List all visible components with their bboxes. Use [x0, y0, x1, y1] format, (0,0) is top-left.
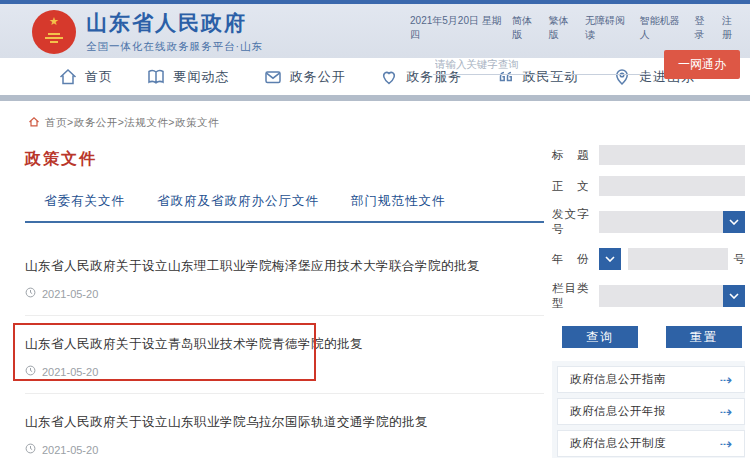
toplink-traditional[interactable]: 繁体版: [549, 14, 576, 42]
tab-department-regulations[interactable]: 部门规范性文件: [351, 193, 446, 210]
dashed-arrow-icon: ⇢: [719, 436, 732, 451]
link-disclosure-system[interactable]: 政府信息公开制度 ⇢: [557, 430, 745, 457]
toplink-robot[interactable]: 智能机器人: [640, 14, 686, 42]
chevron-down-icon: [605, 256, 615, 262]
article-date: 2021-05-20: [42, 444, 98, 456]
date-text: 2021年5月20日 星期四: [410, 14, 503, 42]
toplink-register[interactable]: 注册: [722, 14, 740, 42]
form-row-year: 年 份 号: [552, 248, 745, 270]
year-field-label: 年 份: [552, 252, 599, 267]
title-field[interactable]: [599, 145, 745, 165]
year-number-field[interactable]: [628, 248, 728, 270]
emblem-gate-icon: [44, 31, 64, 43]
mail-icon: [263, 67, 283, 87]
article-title-link[interactable]: 山东省人民政府关于设立山东理工职业学院梅泽堡应用技术大学联合学院的批复: [25, 258, 544, 275]
home-breadcrumb-icon: [28, 114, 40, 132]
site-header: ★ 山东省人民政府 全国一体化在线政务服务平台·山东 2021年5月20日 星期…: [0, 4, 750, 58]
article-date: 2021-05-20: [42, 366, 98, 378]
site-title: 山东省人民政府: [86, 9, 263, 37]
tab-bar: 省委有关文件 省政府及省政府办公厅文件 部门规范性文件: [25, 193, 544, 210]
nav-item-home[interactable]: 首页: [58, 67, 113, 87]
number-suffix-label: 号: [734, 252, 746, 267]
form-buttons: 查询 重置: [552, 322, 745, 348]
book-icon: [146, 67, 166, 87]
link-disclosure-guide[interactable]: 政府信息公开指南 ⇢: [557, 366, 745, 393]
toplink-login[interactable]: 登录: [694, 14, 712, 42]
nav-item-label: 首页: [85, 68, 113, 86]
article-title-link[interactable]: 山东省人民政府关于设立山东职业学院乌拉尔国际轨道交通学院的批复: [25, 414, 544, 431]
top-utility-bar: 2021年5月20日 星期四 简体版 繁体版 无障碍阅读 智能机器人 登录 注册: [410, 14, 740, 42]
divider-band: [0, 95, 750, 101]
query-button[interactable]: 查询: [562, 326, 638, 348]
clock-icon: [25, 287, 36, 300]
toplink-accessibility[interactable]: 无障碍阅读: [585, 14, 631, 42]
body-field-label: 正 文: [552, 179, 599, 194]
link-label: 政府信息公开指南: [570, 372, 666, 387]
article-title-link[interactable]: 山东省人民政府关于设立青岛职业技术学院青德学院的批复: [25, 336, 544, 353]
list-item[interactable]: 山东省人民政府关于设立山东职业学院乌拉尔国际轨道交通学院的批复 2021-05-…: [25, 394, 544, 458]
nav-item-news[interactable]: 要闻动态: [146, 67, 229, 87]
link-annual-report[interactable]: 政府信息公开年报 ⇢: [557, 398, 745, 425]
page-title: 政策文件: [25, 149, 544, 170]
disclosure-links: 政府信息公开指南 ⇢ 政府信息公开年报 ⇢ 政府信息公开制度 ⇢ 法定主动公开内…: [552, 361, 745, 458]
link-label: 政府信息公开年报: [570, 404, 666, 419]
list-item[interactable]: 山东省人民政府关于设立山东理工职业学院梅泽堡应用技术大学联合学院的批复 2021…: [25, 223, 544, 316]
search-sidebar: 标 题 正 文 发文字号 年 份 号 栏目类型 查询 重置: [552, 145, 745, 458]
title-field-label: 标 题: [552, 148, 599, 163]
reset-button[interactable]: 重置: [666, 326, 742, 348]
policy-list-panel: 政策文件 省委有关文件 省政府及省政府办公厅文件 部门规范性文件 山东省人民政府…: [25, 132, 552, 458]
doc-number-dropdown-button[interactable]: [723, 211, 745, 233]
article-list: 山东省人民政府关于设立山东理工职业学院梅泽堡应用技术大学联合学院的批复 2021…: [25, 223, 544, 458]
breadcrumb-path[interactable]: 首页>政务公开>法规文件>政策文件: [45, 116, 219, 130]
site-brand[interactable]: ★ 山东省人民政府 全国一体化在线政务服务平台·山东: [32, 9, 263, 54]
chevron-down-icon: [729, 293, 739, 299]
toplink-simplified[interactable]: 简体版: [512, 14, 539, 42]
form-row-body: 正 文: [552, 176, 745, 196]
home-icon: [58, 67, 78, 87]
category-dropdown-button[interactable]: [723, 285, 745, 307]
clock-icon: [25, 443, 36, 456]
emblem-star-icon: ★: [49, 16, 59, 27]
main-area: 政策文件 省委有关文件 省政府及省政府办公厅文件 部门规范性文件 山东省人民政府…: [0, 132, 750, 458]
body-field[interactable]: [599, 176, 745, 196]
heart-icon: [379, 67, 399, 87]
tab-provincial-committee[interactable]: 省委有关文件: [44, 193, 125, 210]
link-label: 政府信息公开制度: [570, 436, 666, 451]
national-emblem-logo: ★: [32, 10, 76, 54]
list-item-highlighted[interactable]: 山东省人民政府关于设立青岛职业技术学院青德学院的批复 2021-05-20: [25, 316, 544, 394]
article-date: 2021-05-20: [42, 288, 98, 300]
one-stop-portal-button[interactable]: 一网通办: [664, 50, 740, 79]
doc-number-field[interactable]: [599, 211, 723, 233]
form-row-doc-number: 发文字号: [552, 207, 745, 237]
nav-item-label: 政务公开: [290, 68, 346, 86]
year-dropdown-button[interactable]: [599, 248, 621, 270]
site-subtitle: 全国一体化在线政务服务平台·山东: [86, 40, 263, 54]
nav-item-disclosure[interactable]: 政务公开: [263, 67, 346, 87]
clock-icon: [25, 365, 36, 378]
tab-provincial-government[interactable]: 省政府及省政府办公厅文件: [157, 193, 319, 210]
category-field[interactable]: [599, 285, 723, 307]
chevron-down-icon: [729, 219, 739, 225]
nav-item-label: 要闻动态: [173, 68, 229, 86]
dashed-arrow-icon: ⇢: [719, 372, 732, 387]
form-row-category: 栏目类型: [552, 281, 745, 311]
category-field-label: 栏目类型: [552, 281, 599, 311]
form-row-title: 标 题: [552, 145, 745, 165]
search-input[interactable]: [433, 54, 651, 75]
breadcrumb: 首页>政务公开>法规文件>政策文件: [28, 114, 750, 132]
doc-number-label: 发文字号: [552, 207, 599, 237]
dashed-arrow-icon: ⇢: [719, 404, 732, 419]
